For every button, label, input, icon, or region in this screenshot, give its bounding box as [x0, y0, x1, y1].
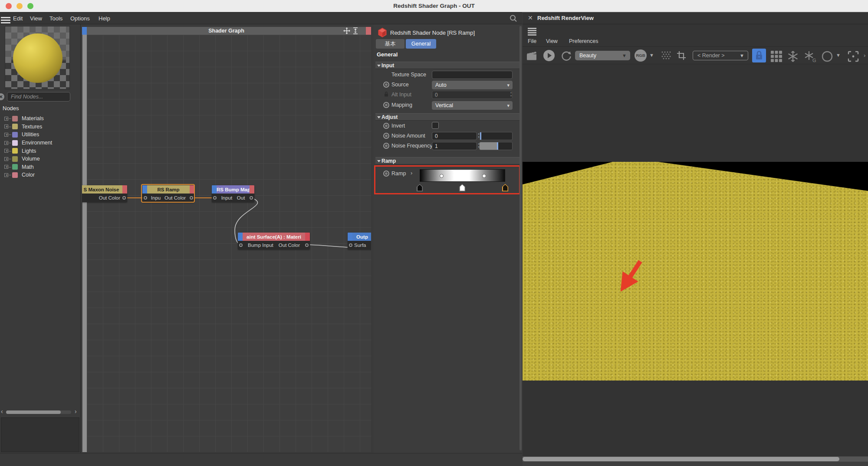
input-port[interactable]: [213, 196, 217, 200]
expand-icon[interactable]: [4, 125, 8, 128]
menu-edit[interactable]: Edit: [13, 13, 23, 25]
tree-item-materials[interactable]: Materials: [3, 115, 80, 123]
node-corner-blue: [212, 185, 217, 194]
renderview-hamburger-icon[interactable]: [528, 27, 536, 36]
rendered-ground-plane: [523, 162, 868, 381]
restart-render-icon[interactable]: [561, 50, 572, 62]
snapshot-freeze-icon[interactable]: [787, 50, 799, 62]
sidebar-horizontal-scrollbar[interactable]: [6, 410, 71, 414]
focus-target-icon[interactable]: [847, 50, 859, 62]
group-ramp[interactable]: Ramp: [375, 157, 520, 164]
tab-general[interactable]: General: [406, 39, 436, 49]
param-circle-icon[interactable]: [383, 82, 389, 88]
expand-icon[interactable]: [4, 165, 8, 169]
transparency-checker-icon[interactable]: [661, 50, 671, 61]
chevron-down-icon: ▾: [507, 101, 510, 110]
start-render-play-icon[interactable]: [543, 49, 555, 62]
tree-item-textures[interactable]: Textures: [3, 123, 80, 131]
noise-amount-slider[interactable]: [479, 132, 513, 140]
menu-view[interactable]: View: [546, 36, 558, 47]
row-source: Source Auto▾: [374, 80, 520, 90]
chevron-down-icon[interactable]: ▼: [649, 53, 654, 58]
expand-icon[interactable]: [4, 133, 8, 137]
shader-graph-menubar: Edit View Tools Options Help: [0, 12, 522, 24]
param-circle-icon[interactable]: [383, 133, 389, 139]
snapshot-freeze-g-icon[interactable]: G: [803, 50, 816, 62]
grid-layout-icon[interactable]: [770, 50, 783, 62]
source-dropdown[interactable]: Auto▾: [432, 81, 513, 89]
clear-search-icon[interactable]: ✕: [0, 93, 4, 100]
tree-item-math[interactable]: Math: [3, 163, 80, 171]
snapshot-clapper-icon[interactable]: [526, 50, 537, 61]
input-port[interactable]: [239, 243, 243, 247]
tree-item-utilities[interactable]: Utilities: [3, 131, 80, 139]
search-icon[interactable]: [509, 14, 518, 23]
menu-view[interactable]: View: [30, 13, 42, 25]
param-circle-icon[interactable]: [383, 123, 389, 129]
expand-icon[interactable]: [4, 157, 8, 161]
stepper-icons[interactable]: ▴▾: [509, 91, 513, 98]
noise-frequency-slider[interactable]: [479, 142, 513, 150]
input-port[interactable]: [144, 196, 147, 200]
output-port[interactable]: [250, 196, 253, 200]
tree-item-environment[interactable]: Environment: [3, 139, 80, 147]
menu-tools[interactable]: Tools: [49, 13, 62, 25]
group-adjust[interactable]: Adjust: [375, 113, 520, 121]
renderview-scrollbar[interactable]: [523, 456, 868, 462]
render-viewport[interactable]: Frame 0: 2021-07-30 11:12:28 (1.20s): [523, 64, 868, 456]
node-corner-blue: [238, 233, 243, 241]
input-port[interactable]: [349, 243, 352, 247]
menu-help[interactable]: Help: [99, 13, 110, 25]
aov-dropdown[interactable]: Beauty▼: [575, 51, 630, 60]
scroll-right-icon[interactable]: ›: [75, 408, 77, 415]
node-rs-bump-map[interactable]: RS Bump Map InputOut: [212, 185, 254, 202]
chevron-down-icon[interactable]: ▼: [836, 53, 841, 58]
param-circle-icon[interactable]: [383, 143, 389, 149]
tree-item-lights[interactable]: Lights: [3, 147, 80, 155]
expand-icon[interactable]: [4, 149, 8, 153]
node-maxon-noise[interactable]: S Maxon Noise Out Color: [82, 185, 127, 202]
menu-file[interactable]: File: [528, 36, 536, 47]
close-icon[interactable]: ✕: [528, 14, 533, 21]
lock-view-button-active[interactable]: [752, 49, 766, 62]
menu-preferences[interactable]: Preferences: [569, 36, 598, 47]
tree-item-color[interactable]: Color: [3, 171, 80, 179]
expand-icon[interactable]: [4, 173, 8, 177]
tree-item-volume[interactable]: Volume: [3, 155, 80, 163]
camera-dropdown[interactable]: < Render >▼: [693, 51, 748, 60]
row-texture-space: Texture Space: [374, 70, 520, 80]
expand-icon[interactable]: [4, 117, 8, 121]
expand-icon[interactable]: [4, 141, 8, 145]
renderview-bottom-strip: [523, 462, 868, 466]
toolbar-overflow-icon[interactable]: ›: [864, 52, 865, 59]
noise-amount-input[interactable]: [432, 132, 477, 140]
node-paint-surface-material[interactable]: aint Surface(A) : Materi Bump InputOut C…: [238, 233, 310, 249]
invert-checkbox[interactable]: [432, 122, 439, 129]
node-rs-ramp[interactable]: RS Ramp InpuOut Color: [142, 185, 194, 202]
find-nodes-input[interactable]: [7, 92, 70, 102]
sidebar-info-box: [1, 417, 79, 452]
renderview-titlebar: ✕ Redshift RenderView: [523, 12, 868, 24]
mapping-dropdown[interactable]: Vertical▾: [432, 101, 513, 110]
selected-node-title: Redshift Shader Node [RS Ramp]: [390, 30, 475, 36]
texture-space-input[interactable]: [432, 71, 513, 79]
hamburger-menu-icon[interactable]: [1, 16, 10, 25]
group-input[interactable]: Input: [375, 62, 520, 69]
menu-options[interactable]: Options: [70, 13, 90, 25]
properties-scrollbar[interactable]: [519, 26, 522, 450]
category-swatch: [12, 116, 18, 121]
node-output[interactable]: Outp Surfa: [348, 233, 371, 249]
crop-region-icon[interactable]: [676, 50, 687, 61]
alt-input-field[interactable]: [432, 91, 513, 99]
channel-rgb-button[interactable]: RGB: [635, 49, 647, 62]
region-circle-icon[interactable]: [821, 50, 833, 62]
output-port[interactable]: [305, 243, 309, 247]
window-bottom-strip: [0, 453, 522, 466]
app-window: Redshift Shader Graph - OUT Edit View To…: [0, 0, 868, 466]
output-port[interactable]: [190, 196, 193, 200]
param-circle-icon[interactable]: [383, 102, 389, 108]
tab-basic[interactable]: 基本: [376, 39, 404, 49]
scroll-left-icon[interactable]: ‹: [1, 408, 3, 415]
output-port[interactable]: [122, 196, 126, 200]
noise-frequency-input[interactable]: [432, 142, 477, 150]
